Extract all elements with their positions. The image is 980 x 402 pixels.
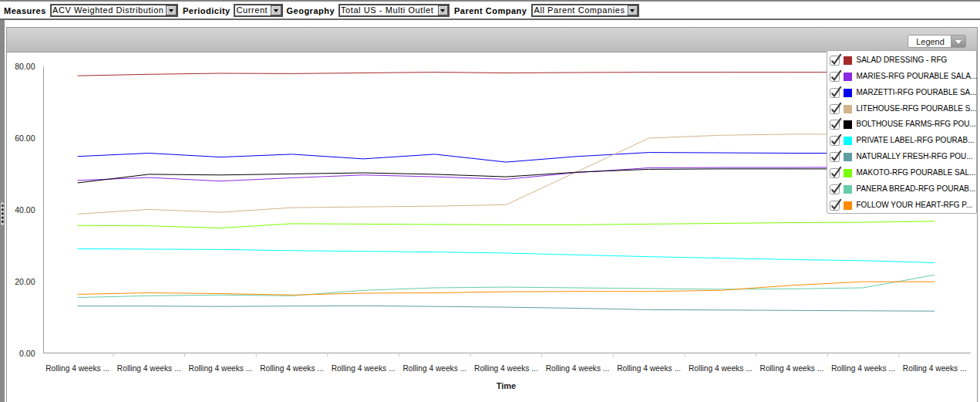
svg-text:Rolling 4 weeks ...: Rolling 4 weeks ... <box>760 364 824 373</box>
svg-text:Rolling 4 weeks ...: Rolling 4 weeks ... <box>260 364 324 373</box>
svg-text:40.00: 40.00 <box>15 205 35 215</box>
svg-text:Rolling 4 weeks ...: Rolling 4 weeks ... <box>402 364 466 373</box>
svg-text:0.00: 0.00 <box>19 349 35 358</box>
svg-text:60.00: 60.00 <box>15 133 35 143</box>
svg-text:Rolling 4 weeks ...: Rolling 4 weeks ... <box>689 364 753 373</box>
svg-text:Time: Time <box>497 381 516 390</box>
svg-text:20.00: 20.00 <box>15 277 35 286</box>
svg-text:Rolling 4 weeks ...: Rolling 4 weeks ... <box>546 364 610 373</box>
svg-text:Rolling 4 weeks ...: Rolling 4 weeks ... <box>831 364 895 373</box>
svg-text:Rolling 4 weeks ...: Rolling 4 weeks ... <box>117 364 181 373</box>
svg-text:Rolling 4 weeks ...: Rolling 4 weeks ... <box>45 364 109 373</box>
svg-text:Rolling 4 weeks ...: Rolling 4 weeks ... <box>189 364 253 373</box>
svg-text:Rolling 4 weeks ...: Rolling 4 weeks ... <box>332 364 396 373</box>
svg-text:Rolling 4 weeks ...: Rolling 4 weeks ... <box>617 364 681 373</box>
svg-text:Rolling 4 weeks ...: Rolling 4 weeks ... <box>903 364 967 373</box>
svg-text:Rolling 4 weeks ...: Rolling 4 weeks ... <box>474 364 538 373</box>
svg-text:80.00: 80.00 <box>15 62 35 71</box>
